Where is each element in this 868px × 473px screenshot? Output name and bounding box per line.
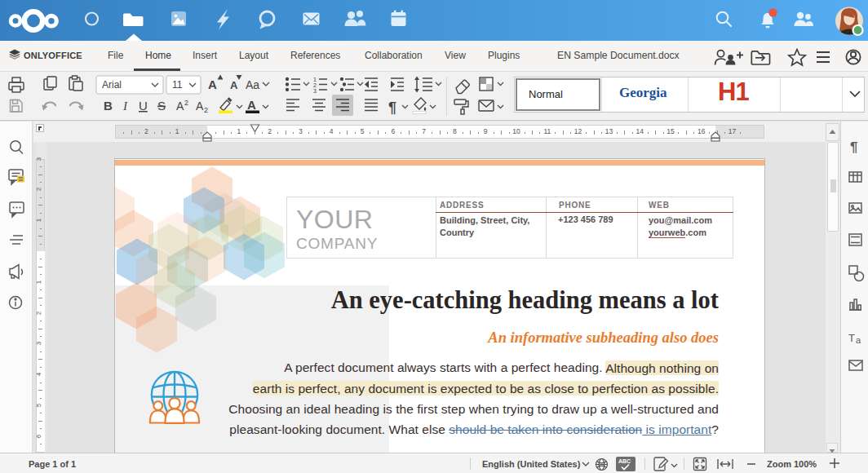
svg-text:A: A (196, 99, 204, 113)
svg-text:A: A (208, 77, 217, 91)
svg-text:Arial: Arial (102, 79, 122, 91)
svg-text:Aa: Aa (246, 78, 259, 91)
svg-text:A: A (176, 99, 184, 113)
svg-text:T: T (848, 332, 855, 344)
svg-text:A: A (230, 79, 238, 91)
svg-text:I: I (122, 99, 128, 113)
svg-text:1: 1 (313, 77, 317, 82)
svg-text:S: S (157, 99, 166, 113)
svg-text:3: 3 (313, 88, 317, 94)
svg-text:2: 2 (313, 82, 317, 88)
svg-text:¶: ¶ (388, 99, 396, 116)
svg-text:A: A (247, 98, 256, 112)
svg-text:¶: ¶ (850, 139, 857, 155)
svg-text:2: 2 (204, 106, 208, 114)
svg-text:2: 2 (184, 99, 188, 107)
svg-text:B: B (104, 99, 113, 113)
svg-text:U: U (139, 99, 148, 113)
svg-text:11: 11 (172, 79, 183, 91)
svg-text:ABC: ABC (618, 458, 631, 464)
svg-text:a: a (856, 335, 861, 345)
